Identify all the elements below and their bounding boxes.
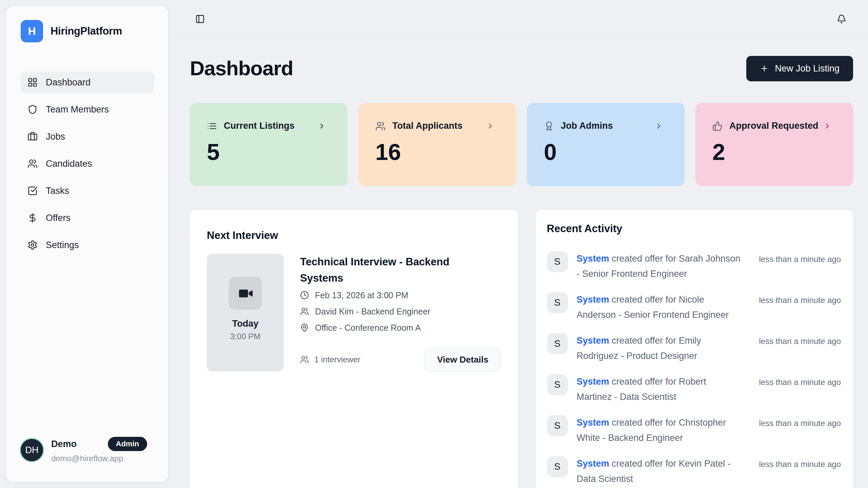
sidebar-item-label: Team Members <box>46 104 109 115</box>
stat-value: 0 <box>544 140 668 164</box>
activity-item: S System created offer for Emily Rodrigu… <box>547 333 841 364</box>
sidebar-item-settings[interactable]: Settings <box>21 234 154 256</box>
activity-actor-link[interactable]: System <box>577 459 609 469</box>
chevron-right-icon <box>318 122 326 130</box>
dollar-icon <box>27 213 38 223</box>
activity-actor-link[interactable]: System <box>577 336 609 346</box>
activity-item: S System created offer for Kevin Patel -… <box>547 456 841 487</box>
interviewer-count: 1 interviewer <box>300 355 360 364</box>
stat-value: 5 <box>207 140 331 164</box>
users-icon <box>300 355 309 364</box>
clock-icon <box>300 291 309 300</box>
user-menu[interactable]: DH Demo Admin demo@hireflow.app <box>21 437 154 463</box>
activity-actor-link[interactable]: System <box>577 377 609 387</box>
sidebar-item-label: Tasks <box>46 186 69 196</box>
stat-card-job-admins[interactable]: Job Admins 0 <box>527 103 685 186</box>
notifications-button[interactable] <box>837 14 846 24</box>
stat-card-approval-requested[interactable]: Approval Requested 2 <box>695 103 853 186</box>
activity-timestamp: less than a minute ago <box>759 333 841 346</box>
sidebar-item-tasks[interactable]: Tasks <box>21 180 154 202</box>
recent-activity-panel: Recent Activity S System created offer f… <box>536 210 853 488</box>
interview-time-label: 3:00 PM <box>230 332 260 341</box>
stat-value: 16 <box>375 140 499 164</box>
activity-avatar: S <box>547 251 568 272</box>
topbar <box>174 0 868 38</box>
activity-avatar: S <box>547 374 568 395</box>
layout-grid-icon <box>27 77 38 87</box>
video-icon-box <box>229 277 262 310</box>
activity-item: S System created offer for Christopher W… <box>547 415 841 446</box>
activity-timestamp: less than a minute ago <box>759 456 841 469</box>
stat-value: 2 <box>712 140 836 164</box>
user-name: Demo <box>51 439 77 449</box>
panel-left-icon <box>195 14 205 24</box>
interview-title: Technical Interview - Backend Systems <box>300 254 476 286</box>
shield-icon <box>27 104 38 115</box>
sidebar-item-dashboard[interactable]: Dashboard <box>21 72 154 93</box>
users-icon <box>300 307 309 316</box>
chevron-right-icon <box>486 122 494 130</box>
users-icon <box>375 121 386 131</box>
next-interview-title: Next Interview <box>207 229 501 242</box>
activity-item: S System created offer for Robert Martin… <box>547 374 841 405</box>
sidebar-item-candidates[interactable]: Candidates <box>21 153 154 175</box>
view-details-button[interactable]: View Details <box>425 348 501 371</box>
sidebar-item-offers[interactable]: Offers <box>21 207 154 229</box>
stat-label: Approval Requested <box>729 121 818 131</box>
app-title: HiringPlatform <box>51 25 122 37</box>
activity-timestamp: less than a minute ago <box>759 251 841 264</box>
stat-label: Current Listings <box>224 121 295 131</box>
award-icon <box>544 121 554 131</box>
activity-timestamp: less than a minute ago <box>759 374 841 387</box>
sidebar-toggle-button[interactable] <box>195 14 205 24</box>
activity-actor-link[interactable]: System <box>577 294 609 305</box>
admin-badge: Admin <box>108 437 147 451</box>
sidebar: H HiringPlatform Dashboard Team Members … <box>6 6 169 482</box>
sidebar-item-label: Jobs <box>46 131 65 142</box>
square-check-icon <box>27 186 38 196</box>
activity-avatar: S <box>547 333 568 354</box>
interview-day-label: Today <box>232 319 259 329</box>
activity-avatar: S <box>547 292 568 313</box>
stat-cards: Current Listings 5 Total Applicants 16 J… <box>190 103 853 186</box>
stat-label: Total Applicants <box>392 121 462 131</box>
activity-avatar: S <box>547 456 568 477</box>
activity-item: S System created offer for Sarah Johnson… <box>547 251 841 282</box>
chevron-right-icon <box>823 122 831 130</box>
activity-avatar: S <box>547 415 568 436</box>
new-job-listing-button[interactable]: New Job Listing <box>746 56 853 81</box>
sidebar-item-label: Dashboard <box>46 77 91 88</box>
activity-actor-link[interactable]: System <box>577 418 609 428</box>
plus-icon <box>760 64 769 73</box>
activity-actor-link[interactable]: System <box>577 253 609 264</box>
list-icon <box>207 121 217 131</box>
map-pin-icon <box>300 323 309 332</box>
sidebar-item-jobs[interactable]: Jobs <box>21 126 154 147</box>
interview-candidate-row: David Kim - Backend Engineer <box>300 303 501 320</box>
video-camera-icon <box>238 286 253 301</box>
interview-date-box: Today 3:00 PM <box>207 254 284 371</box>
interview-datetime-row: Feb 13, 2026 at 3:00 PM <box>300 287 501 303</box>
briefcase-icon <box>27 131 38 142</box>
dashboard-content: Dashboard New Job Listing Current Listin… <box>174 56 868 488</box>
app-logo-icon: H <box>21 20 43 42</box>
sidebar-item-team-members[interactable]: Team Members <box>21 99 154 120</box>
interview-location-row: Office - Conference Room A <box>300 320 501 336</box>
stat-card-total-applicants[interactable]: Total Applicants 16 <box>358 103 516 186</box>
recent-activity-title: Recent Activity <box>547 222 841 236</box>
avatar: DH <box>21 439 43 461</box>
gear-icon <box>27 240 38 250</box>
activity-item: S System created offer for Nicole Anders… <box>547 292 841 323</box>
stat-card-current-listings[interactable]: Current Listings 5 <box>190 103 348 186</box>
app-logo[interactable]: H HiringPlatform <box>21 20 154 42</box>
thumbs-up-icon <box>712 121 723 131</box>
sidebar-item-label: Settings <box>46 240 79 250</box>
users-icon <box>27 159 38 169</box>
activity-timestamp: less than a minute ago <box>759 415 841 428</box>
chevron-right-icon <box>655 122 663 130</box>
sidebar-item-label: Candidates <box>46 159 92 169</box>
page-title: Dashboard <box>190 56 293 81</box>
sidebar-item-label: Offers <box>46 213 71 223</box>
activity-timestamp: less than a minute ago <box>759 292 841 305</box>
next-interview-panel: Next Interview Today 3:00 PM Technical I… <box>190 210 518 488</box>
